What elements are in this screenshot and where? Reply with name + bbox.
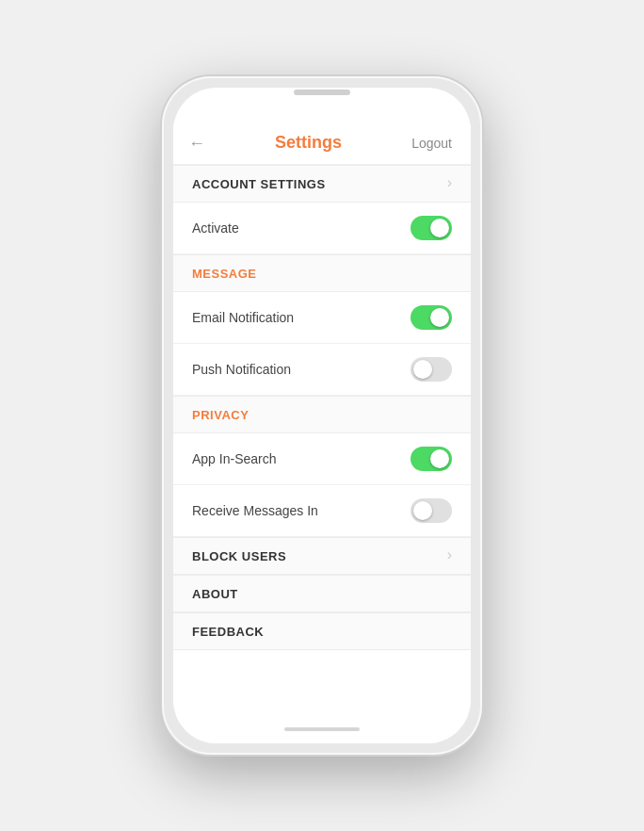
app-in-search-toggle[interactable] [411,447,452,471]
receive-messages-toggle-knob [413,501,432,520]
activate-label: Activate [192,220,239,236]
feedback-label: FEEDBACK [192,625,264,639]
app-in-search-label: App In-Search [192,451,277,466]
feedback-header[interactable]: FEEDBACK [173,612,471,650]
home-bar-area [173,715,471,743]
push-notification-label: Push Notification [192,362,291,377]
home-bar [284,727,360,731]
phone-speaker [294,90,350,95]
block-users-header[interactable]: BLOCK USERS › [173,537,471,575]
phone-screen: ← Settings Logout ACCOUNT SETTINGS › Act… [173,88,471,743]
activate-toggle-knob [430,219,449,237]
receive-messages-toggle[interactable] [411,498,452,523]
logout-button[interactable]: Logout [411,136,452,151]
app-header: ← Settings Logout [173,122,471,165]
app-in-search-toggle-knob [430,449,449,468]
privacy-section-header: PRIVACY [173,396,471,433]
account-settings-header: ACCOUNT SETTINGS › [173,165,471,203]
push-notification-row: Push Notification [173,344,471,396]
receive-messages-row: Receive Messages In [173,485,471,537]
email-notification-row: Email Notification [173,292,471,344]
push-notification-toggle[interactable] [411,357,452,382]
about-label: ABOUT [192,587,238,601]
message-section-header: MESSAGE [173,254,471,292]
phone-frame: ← Settings Logout ACCOUNT SETTINGS › Act… [162,76,482,755]
push-notification-toggle-knob [413,360,432,379]
block-users-chevron: › [447,546,452,563]
block-users-label: BLOCK USERS [192,549,286,563]
email-notification-label: Email Notification [192,310,294,325]
email-notification-toggle[interactable] [411,305,452,330]
account-settings-chevron: › [447,174,452,191]
account-settings-label: ACCOUNT SETTINGS [192,177,326,191]
email-notification-toggle-knob [430,308,449,327]
receive-messages-label: Receive Messages In [192,503,318,518]
back-button[interactable]: ← [188,135,205,152]
activate-toggle[interactable] [411,216,452,240]
message-section-label: MESSAGE [192,267,257,281]
activate-row: Activate [173,203,471,254]
privacy-section-label: PRIVACY [192,408,249,422]
screen-content: ← Settings Logout ACCOUNT SETTINGS › Act… [173,122,471,715]
page-title: Settings [275,133,342,153]
about-header[interactable]: ABOUT [173,575,471,612]
app-in-search-row: App In-Search [173,433,471,485]
